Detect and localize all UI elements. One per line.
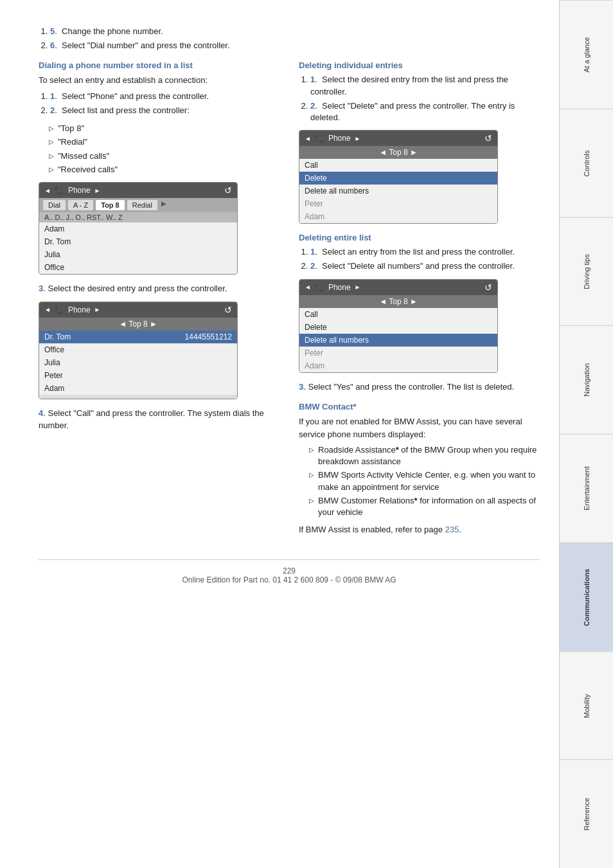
bmw-bullet-relations-text: BMW Customer Relations* for information … <box>318 495 540 518</box>
pw4-right-arrow: ► <box>355 284 361 291</box>
phone-icon-3: 📞 <box>315 134 324 143</box>
bmw-bullet-relations: BMW Customer Relations* for information … <box>309 495 540 518</box>
del-entire-step3-text: Select "Yes" and press the controller. T… <box>308 382 514 392</box>
pw3-delete-all: Delete all numbers <box>299 185 497 197</box>
bmw-bullet-sports: BMW Sports Activity Vehicle Center, e.g.… <box>309 469 540 493</box>
pw1-entry-adam: Adam <box>39 222 237 235</box>
bmw-contact-bullets: Roadside Assistance* of the BMW Group wh… <box>309 444 540 518</box>
pw4-left-arrow: ◄ <box>305 284 311 291</box>
bmw-bullet-roadside-text: Roadside Assistance* of the BMW Group wh… <box>318 444 540 467</box>
pw1-entry-drtom: Dr. Tom <box>39 235 237 248</box>
pw1-title: Phone <box>68 186 91 195</box>
step-6-text: Select "Dial number" and press the contr… <box>62 41 229 50</box>
phone-icon-1: 📞 <box>55 186 64 195</box>
page-link-235[interactable]: 235 <box>445 525 459 534</box>
pw2-entry-adam: Adam <box>39 382 237 395</box>
pw3-subheader: ◄ Top 8 ► <box>299 146 497 159</box>
sidebar-tab-reference[interactable]: Reference <box>560 759 613 868</box>
del-step-1: 1. Select the desired entry from the lis… <box>310 74 540 97</box>
pw1-tab-arrow: ▶ <box>161 200 166 210</box>
pw2-selected-entry: Dr. Tom 14445551212 <box>39 330 237 343</box>
pw1-tab-top8[interactable]: Top 8 <box>96 200 125 210</box>
bullet-redial: "Redial" <box>49 136 280 148</box>
del-entire-step-2: 2. Select "Delete all numbers" and press… <box>310 260 540 272</box>
phone-icon-2: 📞 <box>55 305 64 314</box>
sidebar-tab-controls[interactable]: Controls <box>560 109 613 217</box>
sidebar: At a glance Controls Driving tips Naviga… <box>559 0 613 868</box>
pw3-body: Call Delete Delete all numbers Peter Ada… <box>299 159 497 223</box>
pw3-peter: Peter <box>299 197 497 210</box>
section1-step-1: 1. Select "Phone" and press the controll… <box>50 91 280 102</box>
bullet-received: "Received calls" <box>49 164 280 176</box>
pw3-left-arrow: ◄ <box>305 135 311 142</box>
main-content: 5. Change the phone number. 6. Select "D… <box>0 0 559 868</box>
bmw-bullet-roadside: Roadside Assistance* of the BMW Group wh… <box>309 444 540 467</box>
pw2-entry-number: 14445551212 <box>185 332 232 341</box>
step-num-6: 6 <box>50 41 55 50</box>
step-s1-1-text: Select "Phone" and press the controller. <box>62 91 209 101</box>
del-entire-heading: Deleting entire list <box>299 233 540 242</box>
pw3-header: ◄ 📞 Phone ► ↺ <box>299 131 497 146</box>
del-entire-step-1-text: Select an entry from the list and press … <box>322 247 515 257</box>
pw1-header: ◄ 📞 Phone ► ↺ <box>39 183 237 198</box>
pw1-tab-dial[interactable]: Dial <box>43 200 66 210</box>
pw1-tab-az[interactable]: A - Z <box>68 200 93 210</box>
pw3-title: Phone <box>328 134 351 143</box>
del-entire-step-num-2: 2 <box>310 261 315 271</box>
right-column: Deleting individual entries 1. Select th… <box>299 60 540 539</box>
pw2-right-arrow: ► <box>94 306 101 313</box>
pw1-left-arrow: ◄ <box>44 187 51 194</box>
pw4-call: Call <box>299 308 497 321</box>
sidebar-tab-driving-tips[interactable]: Driving tips <box>560 217 613 326</box>
sidebar-tab-navigation[interactable]: Navigation <box>560 325 613 434</box>
bullet-missed: "Missed calls" <box>49 150 280 162</box>
del-entire-step-num-1: 1 <box>310 247 315 257</box>
del-entire-steps: 1. Select an entry from the list and pre… <box>310 246 540 272</box>
pw2-subheader: ◄ Top 8 ► <box>39 318 237 330</box>
pw2-title: Phone <box>68 305 91 314</box>
phone-widget-1: ◄ 📞 Phone ► ↺ Dial A - Z Top 8 Redial ▶ … <box>39 182 238 275</box>
bmw-contact-heading: BMW Contact* <box>299 402 540 411</box>
pw1-tab-redial[interactable]: Redial <box>127 200 157 210</box>
section1-bullets: "Top 8" "Redial" "Missed calls" "Receive… <box>49 123 280 176</box>
bullet-top8: "Top 8" <box>49 123 280 134</box>
pw4-header: ◄ 📞 Phone ► ↺ <box>299 280 497 295</box>
pw3-refresh-icon: ↺ <box>484 133 492 143</box>
sidebar-tab-communications[interactable]: Communications <box>560 543 613 651</box>
sidebar-tab-entertainment[interactable]: Entertainment <box>560 434 613 543</box>
step-num-4: 4 <box>39 408 43 418</box>
pw1-entry-julia: Julia <box>39 248 237 261</box>
pw1-refresh-icon: ↺ <box>224 185 232 195</box>
pw4-delete: Delete <box>299 321 497 334</box>
bmw-bullet-sports-text: BMW Sports Activity Vehicle Center, e.g.… <box>318 469 540 493</box>
step3-text: 3. Select the desired entry and press th… <box>39 282 280 295</box>
del-step-2: 2. Select "Delete" and press the control… <box>310 100 540 123</box>
del-step-1-text: Select the desired entry from the list a… <box>310 75 508 96</box>
step-5-text: Change the phone number. <box>62 26 163 36</box>
phone-widget-3: ◄ 📞 Phone ► ↺ ◄ Top 8 ► Call Delete Dele… <box>299 130 498 224</box>
step4-body: Select "Call" and press the controller. … <box>39 408 264 431</box>
step-num-s1-1: 1 <box>50 91 55 101</box>
del-entire-step3: 3. Select "Yes" and press the controller… <box>299 381 540 393</box>
del-entire-step-1: 1. Select an entry from the list and pre… <box>310 246 540 258</box>
pw4-adam: Adam <box>299 359 497 372</box>
step-num-3: 3 <box>39 284 43 293</box>
del-individual-steps: 1. Select the desired entry from the lis… <box>310 74 540 123</box>
sidebar-tab-at-a-glance[interactable]: At a glance <box>560 0 613 109</box>
pw1-body: Adam Dr. Tom Julia Office <box>39 222 237 274</box>
pw2-left-arrow: ◄ <box>44 306 51 313</box>
page-number: 229 <box>283 566 296 575</box>
pw2-entry-name: Dr. Tom <box>44 332 71 341</box>
pw3-delete: Delete <box>299 172 497 185</box>
step-num-s1-2: 2 <box>50 105 55 115</box>
phone-widget-2: ◄ 📞 Phone ► ↺ ◄ Top 8 ► Dr. Tom 14445551… <box>39 302 238 399</box>
section1-steps: 1. Select "Phone" and press the controll… <box>50 91 280 116</box>
sidebar-tab-mobility[interactable]: Mobility <box>560 651 613 760</box>
pw3-adam: Adam <box>299 210 497 223</box>
intro-step-6: 6. Select "Dial number" and press the co… <box>50 40 540 51</box>
pw4-delete-all: Delete all numbers <box>299 334 497 347</box>
pw2-header: ◄ 📞 Phone ► ↺ <box>39 302 237 318</box>
section1-intro: To select an entry and establish a conne… <box>39 74 280 87</box>
phone-icon-4: 📞 <box>315 283 324 292</box>
pw1-entry-office: Office <box>39 261 237 274</box>
